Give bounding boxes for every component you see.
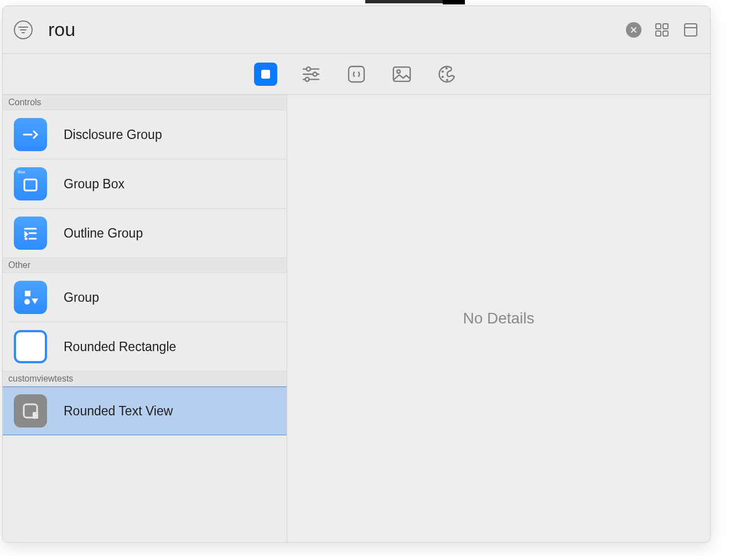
tab-objects[interactable]: [254, 63, 277, 86]
list-item[interactable]: Rounded Rectangle: [3, 322, 287, 371]
svg-point-12: [307, 67, 310, 71]
background-peek: [0, 0, 756, 4]
objects-icon: [261, 70, 270, 79]
list-item-label: Outline Group: [64, 226, 143, 241]
custom-view-icon: [14, 394, 47, 428]
category-tabs: [3, 54, 710, 95]
grid-view-icon[interactable]: [654, 22, 670, 38]
svg-point-20: [442, 70, 444, 73]
list-item[interactable]: Rounded Text View: [3, 387, 287, 435]
svg-rect-8: [663, 31, 668, 36]
list-item[interactable]: Disclosure Group: [3, 110, 287, 159]
svg-point-28: [25, 234, 27, 235]
svg-point-19: [397, 70, 400, 73]
section-header-other: Other: [3, 258, 287, 273]
list-item[interactable]: Group: [3, 273, 287, 322]
clear-search-button[interactable]: [626, 22, 641, 38]
tab-colors[interactable]: [436, 63, 459, 86]
tab-media[interactable]: [390, 63, 413, 86]
group-box-icon: Box: [14, 167, 47, 200]
list-item-label: Rounded Text View: [64, 404, 173, 419]
svg-rect-9: [685, 24, 697, 36]
svg-rect-25: [24, 179, 37, 191]
tab-modifiers[interactable]: [299, 63, 323, 86]
svg-rect-6: [663, 24, 668, 29]
list-item-label: Group Box: [64, 177, 125, 192]
background-peek-tab: [443, 0, 465, 4]
svg-point-22: [446, 79, 448, 81]
search-row: [3, 6, 710, 54]
library-panel: Controls Disclosure Group Box Group Box: [2, 6, 711, 543]
svg-rect-18: [393, 67, 410, 81]
group-icon: [14, 281, 47, 314]
svg-point-23: [446, 67, 448, 69]
list-item[interactable]: Outline Group: [3, 209, 287, 258]
detail-view-icon[interactable]: [682, 22, 699, 38]
list-item-label: Group: [64, 290, 99, 305]
svg-rect-5: [656, 24, 661, 29]
list-item-label: Rounded Rectangle: [64, 339, 176, 354]
list-item-label: Disclosure Group: [64, 127, 162, 142]
svg-rect-36: [33, 412, 38, 419]
section-header-controls: Controls: [3, 95, 287, 110]
no-details-label: No Details: [463, 310, 534, 327]
svg-point-33: [24, 299, 30, 305]
tab-snippets[interactable]: [345, 63, 368, 86]
list-item[interactable]: Box Group Box: [3, 159, 287, 208]
detail-pane: No Details: [287, 95, 710, 542]
filter-scope-icon[interactable]: [14, 20, 33, 39]
library-body: Controls Disclosure Group Box Group Box: [3, 95, 710, 542]
svg-point-21: [442, 75, 444, 78]
results-list: Controls Disclosure Group Box Group Box: [3, 95, 287, 542]
svg-rect-7: [656, 31, 661, 36]
rounded-rectangle-icon: [14, 330, 47, 363]
svg-marker-34: [32, 298, 38, 304]
outline-group-icon: [14, 217, 47, 250]
background-peek-bar: [365, 0, 443, 3]
box-badge: Box: [18, 169, 25, 174]
svg-point-30: [25, 238, 27, 239]
svg-point-14: [313, 72, 317, 76]
svg-point-16: [305, 77, 309, 81]
search-input[interactable]: [48, 6, 619, 53]
disclosure-group-icon: [14, 118, 47, 151]
svg-rect-32: [25, 291, 30, 296]
section-header-custom: customviewtests: [3, 371, 287, 387]
svg-rect-17: [349, 66, 364, 82]
